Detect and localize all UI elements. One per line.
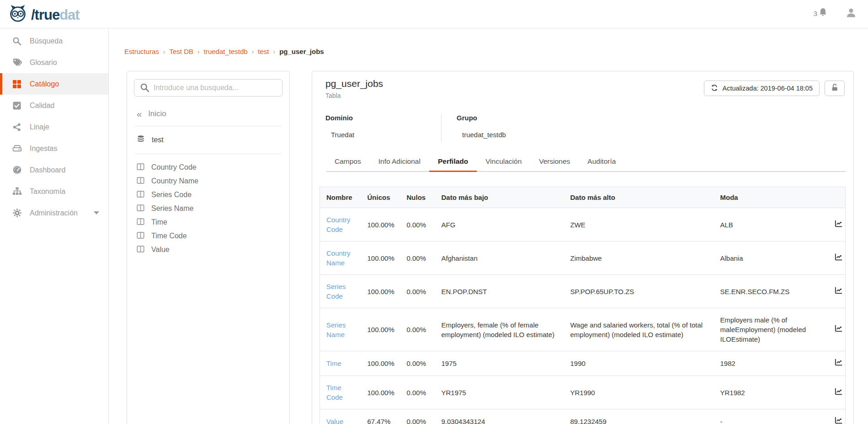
- chart-line-icon[interactable]: [835, 358, 843, 369]
- cell-lowest: Employers, female (% of female employmen…: [435, 308, 564, 351]
- cell-unique: 100.00%: [361, 208, 400, 242]
- breadcrumb-link[interactable]: truedat_testdb: [204, 48, 248, 55]
- sidebar-item-glosario[interactable]: Glosario: [0, 52, 108, 73]
- breadcrumb-link[interactable]: test: [258, 48, 269, 55]
- tree-column-item[interactable]: Time: [137, 215, 282, 229]
- field-link[interactable]: Series Code: [320, 275, 361, 308]
- tab-perfilado[interactable]: Perfilado: [429, 153, 477, 172]
- columns-icon: [137, 245, 144, 255]
- field-link[interactable]: Time: [320, 351, 361, 376]
- drive-icon: [12, 144, 22, 154]
- sidebar-item-label: Calidad: [30, 102, 54, 110]
- cell-nulls: 0.00%: [400, 242, 435, 275]
- tree-node-test[interactable]: test: [134, 126, 282, 154]
- cell-mode: ALB: [714, 208, 828, 242]
- tree-search-input[interactable]: [134, 79, 282, 97]
- chart-line-icon[interactable]: [835, 387, 843, 398]
- cell-nulls: 0.00%: [400, 351, 435, 376]
- grid-icon: [12, 79, 22, 89]
- tree-column-label: Time Code: [151, 232, 187, 240]
- chart-line-icon[interactable]: [835, 416, 843, 424]
- sidebar-item-catalogo[interactable]: Catálogo: [0, 73, 108, 95]
- field-link[interactable]: Country Code: [320, 208, 361, 242]
- field-link[interactable]: Country Name: [320, 242, 361, 275]
- cell-mode: SE.ENR.SECO.FM.ZS: [714, 275, 828, 308]
- tree-column-item[interactable]: Country Code: [137, 161, 282, 174]
- columns-icon: [137, 177, 144, 186]
- header-chart: [828, 187, 846, 208]
- tab-versiones[interactable]: Versiones: [530, 153, 579, 172]
- sidebar-item-label: Catálogo: [30, 80, 59, 88]
- tree-back-label: Inicio: [148, 109, 166, 118]
- truedat-logo[interactable]: /truedat: [7, 4, 80, 27]
- cell-lowest: AFG: [435, 208, 564, 242]
- cell-highest: YR1990: [564, 376, 714, 409]
- breadcrumb-separator: ›: [273, 48, 275, 55]
- sidebar-item-calidad[interactable]: Calidad: [0, 95, 108, 116]
- tree-column-item[interactable]: Series Code: [137, 188, 282, 202]
- tree-column-label: Series Name: [151, 204, 193, 213]
- refresh-updated-button[interactable]: Actualizada: 2019-06-04 18:05: [704, 81, 820, 96]
- domain-label: Dominio: [325, 114, 354, 122]
- brand-text: /truedat: [31, 7, 80, 23]
- table-row: Time 100.00% 0.00% 1975 1990 1982: [320, 351, 846, 376]
- tab-info-adicional[interactable]: Info Adicional: [370, 153, 429, 172]
- tab-auditoria[interactable]: Auditoría: [579, 153, 624, 172]
- sidebar-item-label: Taxonomía: [30, 188, 65, 196]
- breadcrumb-separator: ›: [197, 48, 200, 55]
- page-title: pg_user_jobs: [325, 78, 383, 89]
- tree-column-item[interactable]: Time Code: [137, 229, 282, 243]
- columns-icon: [137, 218, 144, 227]
- sidebar-item-label: Administración: [30, 209, 78, 217]
- tab-campos[interactable]: Campos: [326, 153, 370, 172]
- cell-lowest: EN.POP.DNST: [435, 275, 564, 308]
- sidebar-item-linaje[interactable]: Linaje: [0, 116, 108, 138]
- database-icon: [137, 135, 145, 145]
- cell-nulls: 0.00%: [400, 275, 435, 308]
- tab-vinculacion[interactable]: Vinculación: [477, 153, 530, 172]
- structure-type-label: Tabla: [325, 92, 341, 99]
- user-menu-button[interactable]: [846, 7, 857, 20]
- field-link[interactable]: Time Code: [320, 376, 361, 409]
- breadcrumb-link[interactable]: Estructuras: [124, 48, 159, 55]
- breadcrumb-link[interactable]: Test DB: [170, 48, 194, 55]
- sidebar-item-ingestas[interactable]: Ingestas: [0, 138, 108, 159]
- notification-count: 3: [814, 10, 817, 17]
- field-link[interactable]: Value: [320, 409, 361, 424]
- tree-column-list: Country Code Country Name Series Code Se…: [134, 154, 282, 257]
- cell-lowest: Afghanistan: [435, 242, 564, 275]
- unlock-button[interactable]: [825, 81, 845, 96]
- sidebar-item-busqueda[interactable]: Búsqueda: [0, 30, 108, 52]
- bell-icon: [818, 7, 828, 19]
- sidebar-item-dashboard[interactable]: Dashboard: [0, 159, 108, 181]
- header-moda: Moda: [714, 187, 828, 208]
- tree-column-label: Series Code: [151, 191, 192, 199]
- table-row: Country Name 100.00% 0.00% Afghanistan Z…: [320, 242, 846, 275]
- sidebar-item-label: Glosario: [30, 59, 57, 67]
- structure-tree-panel: « Inicio test Country Code Country Name …: [127, 71, 290, 424]
- header-nombre: Nombre: [320, 187, 361, 208]
- cell-unique: 100.00%: [361, 242, 400, 275]
- notifications-button[interactable]: 3: [814, 7, 828, 19]
- field-link[interactable]: Series Name: [320, 308, 361, 351]
- tree-column-item[interactable]: Series Name: [137, 202, 282, 215]
- cell-mode: Employers male (% of maleEmployment) (mo…: [714, 308, 828, 351]
- sidebar-item-administracion[interactable]: Administración: [0, 202, 108, 224]
- header-nulos: Nulos: [400, 187, 435, 208]
- structure-detail-panel: pg_user_jobs Tabla Actualizada: 2019-06-…: [312, 71, 854, 424]
- chart-line-icon[interactable]: [835, 220, 843, 230]
- tree-column-item[interactable]: Country Name: [137, 174, 282, 188]
- table-row: Time Code 100.00% 0.00% YR1975 YR1990 YR…: [320, 376, 846, 409]
- cell-unique: 100.00%: [361, 308, 400, 351]
- cell-highest: ZWE: [564, 208, 714, 242]
- tree-column-item[interactable]: Value: [137, 243, 282, 257]
- chart-line-icon[interactable]: [835, 286, 843, 297]
- gear-icon: [12, 208, 22, 218]
- tree-column-label: Country Name: [151, 177, 198, 185]
- detail-tabs: Campos Info Adicional Perfilado Vinculac…: [326, 153, 846, 172]
- chart-line-icon[interactable]: [835, 324, 843, 335]
- sidebar-item-taxonomia[interactable]: Taxonomía: [0, 181, 108, 202]
- tree-back-inicio[interactable]: « Inicio: [134, 107, 282, 126]
- chart-line-icon[interactable]: [835, 253, 843, 263]
- sidebar-item-label: Ingestas: [30, 145, 57, 153]
